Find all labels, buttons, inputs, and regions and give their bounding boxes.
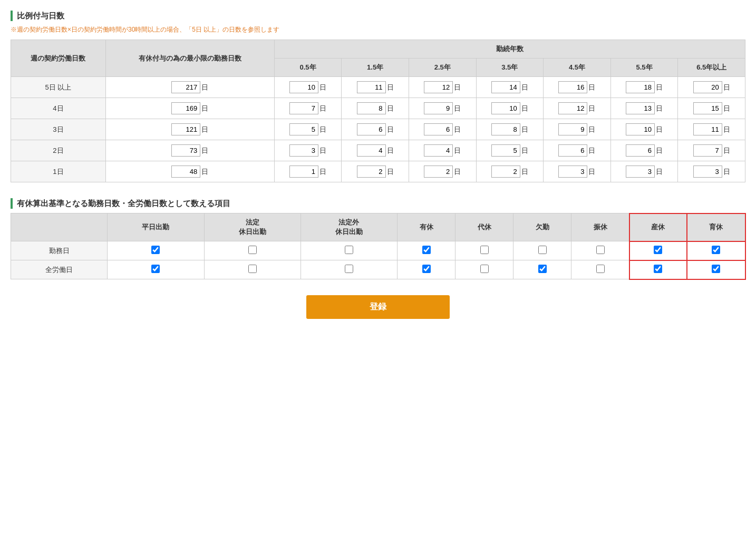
checkbox[interactable] <box>248 265 257 273</box>
min-days-input[interactable] <box>171 123 200 135</box>
cb-cell <box>687 260 745 279</box>
value-cell: 日 <box>342 161 409 182</box>
cb-cell <box>455 241 513 260</box>
checkbox[interactable] <box>422 246 431 254</box>
value-input[interactable] <box>289 81 318 93</box>
value-input[interactable] <box>693 81 722 93</box>
value-input[interactable] <box>289 123 318 135</box>
value-cell: 日 <box>274 119 342 140</box>
cb-cell <box>204 241 301 260</box>
value-input[interactable] <box>558 144 587 157</box>
checkbox[interactable] <box>480 246 489 254</box>
value-input[interactable] <box>626 81 655 93</box>
value-input[interactable] <box>558 166 587 178</box>
unit-label: 日 <box>521 104 528 112</box>
value-cell: 日 <box>678 161 745 182</box>
checkbox[interactable] <box>596 246 605 254</box>
value-input[interactable] <box>357 166 386 178</box>
checkbox[interactable] <box>538 265 547 273</box>
register-button[interactable]: 登録 <box>306 295 450 319</box>
checkbox[interactable] <box>654 265 662 273</box>
cb-cell <box>108 260 204 279</box>
note-text: ※週の契約労働日数×日の契約労働時間が30時間以上の場合、「5日 以上」の日数を… <box>11 25 745 34</box>
cb-cell <box>687 241 745 260</box>
checkbox[interactable] <box>151 246 160 254</box>
checkbox[interactable] <box>345 265 353 273</box>
table-row: 1日日日日日日日日日 <box>11 161 745 182</box>
value-input[interactable] <box>357 81 386 93</box>
value-input[interactable] <box>424 123 453 135</box>
year-header: 6.5年以上 <box>678 59 745 77</box>
min-days-input[interactable] <box>171 81 200 93</box>
cb-cell <box>204 260 301 279</box>
register-btn-wrapper: 登録 <box>11 295 745 319</box>
value-input[interactable] <box>693 102 722 114</box>
cb-cell <box>301 241 397 260</box>
min-days-cell: 日 <box>105 98 274 119</box>
value-cell: 日 <box>274 140 342 161</box>
min-days-input[interactable] <box>171 144 200 157</box>
checkbox[interactable] <box>422 265 431 273</box>
checkbox[interactable] <box>712 265 720 273</box>
cb-cell <box>629 260 687 279</box>
value-input[interactable] <box>424 144 453 157</box>
min-days-input[interactable] <box>171 166 200 178</box>
value-input[interactable] <box>693 166 722 178</box>
value-input[interactable] <box>491 144 520 157</box>
value-input[interactable] <box>626 123 655 135</box>
checkbox[interactable] <box>151 265 160 273</box>
unit-label: 日 <box>588 83 595 91</box>
value-input[interactable] <box>357 102 386 114</box>
checkbox-row-spacer <box>11 213 108 241</box>
value-input[interactable] <box>289 102 318 114</box>
unit-label: 日 <box>723 168 730 176</box>
section2-header: 有休算出基準となる勤務日数・全労働日数として数える項目 <box>11 198 745 209</box>
value-cell: 日 <box>610 161 678 182</box>
week-label: 1日 <box>11 161 106 182</box>
cb-cell <box>513 260 571 279</box>
unit-label: 日 <box>454 168 461 176</box>
cb-cell <box>398 260 455 279</box>
checkbox[interactable] <box>712 246 720 254</box>
value-input[interactable] <box>558 123 587 135</box>
min-days-input[interactable] <box>171 102 200 114</box>
value-cell: 日 <box>409 119 476 140</box>
value-input[interactable] <box>424 102 453 114</box>
unit-label: 日 <box>723 104 730 112</box>
checkbox[interactable] <box>596 265 605 273</box>
value-input[interactable] <box>424 81 453 93</box>
checkbox-section: 有休算出基準となる勤務日数・全労働日数として数える項目 平日出勤法定 休日出勤法… <box>11 198 745 279</box>
value-input[interactable] <box>357 123 386 135</box>
value-input[interactable] <box>558 102 587 114</box>
value-cell: 日 <box>274 77 342 98</box>
value-input[interactable] <box>693 123 722 135</box>
checkbox[interactable] <box>345 246 353 254</box>
value-input[interactable] <box>626 166 655 178</box>
cb-col-header: 代休 <box>455 213 513 241</box>
value-input[interactable] <box>626 144 655 157</box>
value-cell: 日 <box>544 161 611 182</box>
unit-label: 日 <box>201 125 208 133</box>
value-input[interactable] <box>491 81 520 93</box>
value-input[interactable] <box>626 102 655 114</box>
value-cell: 日 <box>409 98 476 119</box>
checkbox[interactable] <box>480 265 489 273</box>
value-input[interactable] <box>491 123 520 135</box>
value-input[interactable] <box>558 81 587 93</box>
table-row: 勤務日 <box>11 241 745 260</box>
value-input[interactable] <box>491 166 520 178</box>
value-input[interactable] <box>289 144 318 157</box>
unit-label: 日 <box>588 147 595 154</box>
value-cell: 日 <box>409 77 476 98</box>
value-input[interactable] <box>693 144 722 157</box>
unit-label: 日 <box>201 168 208 176</box>
value-input[interactable] <box>424 166 453 178</box>
checkbox[interactable] <box>538 246 547 254</box>
unit-label: 日 <box>656 104 663 112</box>
checkbox[interactable] <box>248 246 257 254</box>
value-input[interactable] <box>357 144 386 157</box>
value-cell: 日 <box>342 98 409 119</box>
value-input[interactable] <box>289 166 318 178</box>
value-input[interactable] <box>491 102 520 114</box>
checkbox[interactable] <box>654 246 662 254</box>
